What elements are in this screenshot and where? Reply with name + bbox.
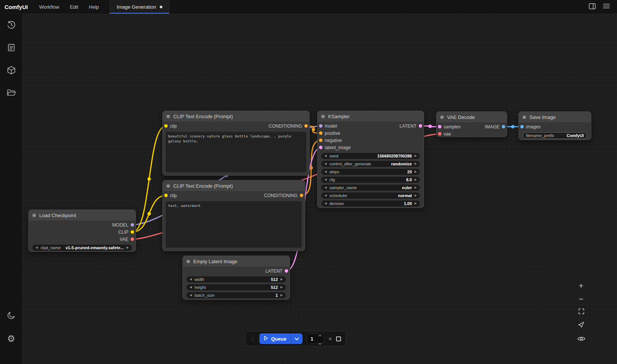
clear-queue-button[interactable]: × <box>328 336 332 342</box>
tab-image-generation[interactable]: Image Generation <box>110 0 170 14</box>
link-midpoint-dot[interactable] <box>148 212 151 216</box>
output-port-CONDITIONING[interactable] <box>304 124 308 128</box>
output-port-VAE[interactable] <box>131 238 134 241</box>
collapse-dot-icon[interactable] <box>187 260 190 263</box>
queue-button[interactable]: Queue <box>259 333 291 344</box>
input-port-negative[interactable] <box>319 139 322 142</box>
node-header[interactable]: CLIP Text Encode (Prompt) <box>163 180 305 191</box>
widget-height[interactable]: ◀height512▶ <box>187 284 286 290</box>
widget-batch_size[interactable]: ◀batch_size1▶ <box>187 292 286 298</box>
toggle-link-visibility-button[interactable] <box>576 334 586 343</box>
collapse-dot-icon[interactable] <box>167 115 170 118</box>
increment-arrow-icon[interactable]: ▶ <box>281 294 283 297</box>
increment-arrow-icon[interactable]: ▶ <box>415 178 417 181</box>
node-header[interactable]: KSampler <box>318 111 424 122</box>
batch-increment-button[interactable] <box>318 331 322 338</box>
settings-button[interactable]: ⚙ <box>4 332 19 346</box>
zoom-out-button[interactable]: − <box>576 294 586 303</box>
increment-arrow-icon[interactable]: ▶ <box>415 202 417 205</box>
widget-sampler_name[interactable]: ◀sampler_nameeuler▶ <box>321 185 420 191</box>
sidebar-workflows-button[interactable] <box>4 86 19 101</box>
decrement-arrow-icon[interactable]: ◀ <box>324 186 327 189</box>
increment-arrow-icon[interactable]: ▶ <box>415 154 417 157</box>
decrement-arrow-icon[interactable]: ◀ <box>190 286 192 289</box>
node-clip_positive[interactable]: CLIP Text Encode (Prompt)clipCONDITIONIN… <box>162 111 310 176</box>
collapse-dot-icon[interactable] <box>32 214 36 217</box>
sidebar-history-button[interactable] <box>4 19 19 33</box>
link-midpoint-dot[interactable] <box>148 177 151 181</box>
widget-width[interactable]: ◀width512▶ <box>187 276 286 282</box>
menu-workflow[interactable]: Workflow <box>34 0 65 14</box>
output-port-LATENT[interactable] <box>419 124 422 128</box>
increment-arrow-icon[interactable]: ▶ <box>415 186 417 189</box>
decrement-arrow-icon[interactable]: ◀ <box>324 154 327 157</box>
theme-toggle-button[interactable] <box>4 309 19 323</box>
increment-arrow-icon[interactable]: ▶ <box>281 286 283 289</box>
input-port-vae[interactable] <box>438 132 441 136</box>
pointer-mode-button[interactable] <box>576 321 586 330</box>
node-header[interactable]: VAE Decode <box>437 112 507 122</box>
decrement-arrow-icon[interactable]: ◀ <box>324 170 327 173</box>
menu-help[interactable]: Help <box>83 0 104 14</box>
decrement-arrow-icon[interactable]: ◀ <box>324 178 327 181</box>
sidebar-logs-button[interactable] <box>4 41 19 56</box>
widget-ckpt_name[interactable]: ◀ckpt_namev1-5-pruned-emaonly.safete...▶ <box>32 245 132 251</box>
node-vae_decode[interactable]: VAE DecodesamplesIMAGEvae <box>436 111 507 137</box>
batch-count-input[interactable]: 1 <box>307 333 324 344</box>
panel-toggle-button[interactable] <box>587 2 597 12</box>
widget-control_after_generate[interactable]: ◀control_after_generaterandomize▶ <box>321 161 420 167</box>
increment-arrow-icon[interactable]: ▶ <box>415 194 417 197</box>
graph-canvas[interactable]: Load CheckpointMODELCLIPVAE◀ckpt_namev1-… <box>23 14 617 364</box>
input-port-clip[interactable] <box>164 124 168 128</box>
input-port-images[interactable] <box>520 125 524 128</box>
decrement-arrow-icon[interactable]: ◀ <box>190 278 192 281</box>
fit-view-button[interactable] <box>576 307 586 316</box>
input-port-samples[interactable] <box>438 125 441 128</box>
node-save_image[interactable]: Save Imageimagesfilename_prefixComfyUI <box>518 111 591 140</box>
input-port-clip[interactable] <box>164 194 168 197</box>
increment-arrow-icon[interactable]: ▶ <box>415 170 417 173</box>
link-midpoint-dot[interactable] <box>429 125 432 128</box>
link-midpoint-dot[interactable] <box>511 125 515 128</box>
zoom-in-button[interactable]: + <box>576 281 586 290</box>
node-header[interactable]: Empty Latent Image <box>183 256 290 267</box>
input-port-model[interactable] <box>319 124 322 128</box>
prompt-textarea[interactable]: beautiful scenery nature glass bottle la… <box>166 132 306 172</box>
node-header[interactable]: Save Image <box>519 112 591 122</box>
batch-decrement-button[interactable] <box>318 339 322 346</box>
node-empty_latent[interactable]: Empty Latent ImageLATENT◀width512▶◀heigh… <box>182 256 290 300</box>
increment-arrow-icon[interactable]: ▶ <box>126 246 129 249</box>
decrement-arrow-icon[interactable]: ◀ <box>190 294 192 297</box>
output-port-CONDITIONING[interactable] <box>300 194 303 197</box>
node-header[interactable]: CLIP Text Encode (Prompt) <box>163 111 309 122</box>
drag-handle[interactable]: ⋮ <box>250 336 255 341</box>
node-clip_negative[interactable]: CLIP Text Encode (Prompt)clipCONDITIONIN… <box>162 180 305 251</box>
main-menu-button[interactable] <box>601 2 612 12</box>
output-port-LATENT[interactable] <box>285 269 288 273</box>
node-load_checkpoint[interactable]: Load CheckpointMODELCLIPVAE◀ckpt_namev1-… <box>28 210 136 252</box>
widget-seed[interactable]: ◀seed156680208700286▶ <box>321 153 420 159</box>
interrupt-button[interactable] <box>336 336 341 341</box>
decrement-arrow-icon[interactable]: ◀ <box>324 194 327 197</box>
queue-options-button[interactable] <box>291 333 302 344</box>
node-header[interactable]: Load Checkpoint <box>29 210 136 221</box>
link-midpoint-dot[interactable] <box>312 128 315 131</box>
widget-denoise[interactable]: ◀denoise1.00▶ <box>321 201 420 207</box>
widget-steps[interactable]: ◀steps20▶ <box>321 169 420 175</box>
increment-arrow-icon[interactable]: ▶ <box>281 278 283 281</box>
input-port-latent_image[interactable] <box>319 146 322 149</box>
decrement-arrow-icon[interactable]: ◀ <box>35 246 38 249</box>
prompt-textarea[interactable]: text, watermark <box>166 201 302 248</box>
node-ksampler[interactable]: KSamplermodelLATENTpositivenegativelaten… <box>317 111 424 208</box>
increment-arrow-icon[interactable]: ▶ <box>415 162 417 165</box>
menu-edit[interactable]: Edit <box>65 0 83 14</box>
sidebar-model-library-button[interactable] <box>4 64 19 78</box>
input-port-positive[interactable] <box>319 131 322 135</box>
collapse-dot-icon[interactable] <box>440 116 444 119</box>
decrement-arrow-icon[interactable]: ◀ <box>324 202 327 205</box>
collapse-dot-icon[interactable] <box>321 115 325 118</box>
output-port-CLIP[interactable] <box>131 230 134 234</box>
collapse-dot-icon[interactable] <box>523 116 526 119</box>
widget-filename_prefix[interactable]: filename_prefixComfyUI <box>523 132 587 139</box>
widget-scheduler[interactable]: ◀schedulernormal▶ <box>321 193 420 199</box>
